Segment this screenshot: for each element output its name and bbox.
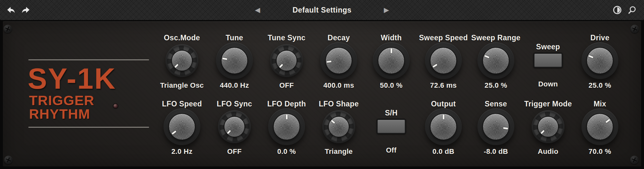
knob-tune-sync[interactable] (270, 44, 303, 77)
knob-decay[interactable] (320, 42, 357, 79)
knob-cap (482, 47, 509, 74)
magnifier-icon (627, 5, 637, 15)
knob-cap (328, 116, 349, 137)
screw-top-left (4, 25, 12, 33)
knob-indicator (484, 55, 489, 58)
knob-sweep-range[interactable] (478, 42, 514, 79)
knob-cap (168, 113, 195, 140)
knob-cap (273, 113, 300, 140)
knob-indicator (175, 64, 179, 68)
knob-cap (325, 47, 352, 74)
undo-icon (6, 5, 16, 15)
prev-triangle-icon: ◀ (255, 7, 260, 14)
plugin-window: ◀ Default Settings ▶ (0, 0, 644, 169)
top-bar: ◀ Default Settings ▶ (0, 0, 644, 20)
redo-icon (21, 5, 31, 15)
knob-indicator (588, 55, 593, 58)
preset-next-button[interactable]: ▶ (384, 7, 389, 14)
control-label: Mix (568, 100, 632, 108)
view-buttons (612, 0, 637, 20)
knob-indicator (503, 127, 508, 129)
zoom-button[interactable] (627, 5, 637, 15)
knob-cap (276, 50, 297, 71)
undo-button[interactable] (6, 5, 16, 15)
knob-indicator (605, 119, 610, 123)
brand-divider-bottom (28, 127, 149, 128)
brand-divider-top (28, 59, 149, 60)
knob-indicator (541, 130, 545, 134)
history-buttons (6, 0, 31, 20)
knob-cap (586, 47, 613, 74)
control-drive: Drive 25.0 % (568, 32, 632, 91)
knob-sweep-speed[interactable] (425, 42, 462, 79)
knob-indicator (443, 114, 444, 119)
knob-lfo-speed[interactable] (164, 108, 200, 145)
knob-cap (430, 47, 457, 74)
knob-indicator (432, 64, 437, 68)
knob-cap (537, 116, 559, 137)
control-label: Drive (568, 34, 632, 42)
knob-width[interactable] (373, 42, 410, 79)
contrast-toggle-button[interactable] (612, 5, 622, 15)
knob-indicator (172, 131, 176, 135)
control-value: 70.0 % (568, 147, 632, 156)
control-value: 25.0 % (568, 81, 632, 90)
knob-indicator (286, 114, 288, 119)
knob-cap (221, 47, 248, 74)
subtitle-line-2: RHYTHM (29, 107, 90, 120)
control-mix: Mix 70.0 % (568, 98, 632, 157)
model-name: SY-1K (28, 67, 116, 90)
knob-drive[interactable] (582, 42, 618, 79)
screw-bottom-left (4, 156, 13, 164)
preset-prev-button[interactable]: ◀ (255, 7, 260, 14)
knob-cap (378, 47, 405, 74)
knob-indicator (227, 130, 231, 134)
knob-mix[interactable] (582, 108, 618, 145)
sweep-button[interactable] (534, 53, 563, 68)
knob-cap (586, 113, 613, 140)
preset-name[interactable]: Default Settings (287, 6, 357, 15)
knob-osc-mode[interactable] (166, 44, 198, 77)
knob-cap (224, 116, 245, 137)
knob-indicator (327, 61, 331, 63)
contrast-icon (612, 5, 622, 15)
knob-lfo-sync[interactable] (218, 110, 251, 143)
knob-trigger-mode[interactable] (532, 110, 564, 143)
knob-lfo-depth[interactable] (268, 108, 305, 145)
status-led (113, 104, 118, 108)
sh-button[interactable] (377, 119, 406, 134)
knob-cap (171, 50, 193, 71)
knob-cap (482, 113, 509, 140)
subtitle-line-1: TRIGGER (29, 94, 94, 107)
knob-indicator (222, 58, 227, 60)
knob-lfo-shape[interactable] (322, 110, 355, 143)
knob-cap (430, 113, 457, 140)
redo-button[interactable] (21, 5, 31, 15)
knob-tune[interactable] (216, 42, 253, 79)
preset-navigator: ◀ Default Settings ▶ (255, 0, 389, 20)
knob-output[interactable] (425, 108, 462, 145)
knob-indicator (331, 120, 335, 124)
knob-indicator (279, 64, 283, 68)
knob-sense[interactable] (478, 108, 514, 145)
knob-indicator (391, 48, 392, 53)
next-triangle-icon: ▶ (384, 7, 389, 14)
